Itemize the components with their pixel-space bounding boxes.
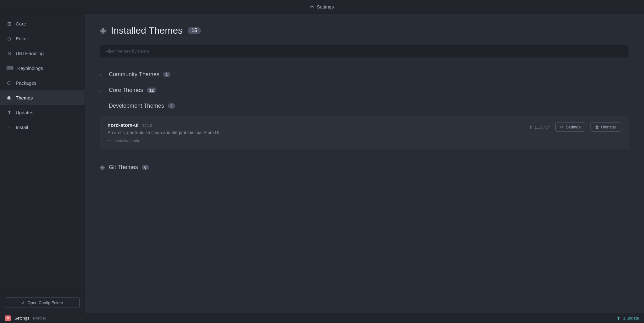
community-themes-section[interactable]: › Community Themes 1 [100, 67, 629, 82]
editor-icon: ◇ [6, 36, 12, 42]
settings-gear-icon: ⚙ [560, 125, 564, 129]
core-themes-badge: 12 [147, 88, 156, 93]
uninstall-button-label: Uninstall [601, 125, 617, 129]
sidebar-item-themes[interactable]: ◉ Themes [0, 90, 85, 105]
development-themes-badge: 2 [168, 103, 175, 109]
sidebar-item-install[interactable]: + Install [0, 120, 85, 134]
sidebar-item-packages[interactable]: ⬡ Packages [0, 76, 85, 90]
open-config-button[interactable]: ↗ Open Config Folder [5, 298, 80, 308]
status-tab-prettier[interactable]: Prettier [33, 316, 46, 320]
community-chevron-right-icon: › [100, 72, 105, 77]
core-themes-label: Core Themes [109, 87, 143, 94]
updates-icon: ⬆ [6, 110, 12, 116]
git-themes-label: Git Themes [109, 164, 138, 171]
settings-icon: ✂ [310, 4, 314, 10]
keybindings-icon: ⌨ [6, 65, 14, 71]
title-text: ✂ Settings [310, 4, 334, 10]
sidebar-bottom: ↗ Open Config Folder [0, 292, 85, 313]
window-title: Settings [317, 4, 334, 9]
package-author: arcticicestudio [114, 139, 140, 143]
status-bar: ✕ Settings Prettier ⬆ 1 update [0, 313, 644, 323]
dev-chevron-down-icon: ⌄ [100, 104, 105, 109]
development-themes-section: ⌄ Development Themes 2 nord-atom-ui 0.11… [100, 98, 629, 155]
package-card-nord-atom-ui: nord-atom-ui 0.11.0 An arctic, north-blu… [100, 116, 629, 150]
sidebar-item-core[interactable]: ⊞ Core [0, 16, 85, 31]
development-themes-label: Development Themes [109, 103, 164, 109]
sidebar-item-uri-handling[interactable]: ⊙ URI Handling [0, 46, 85, 61]
package-settings-button[interactable]: ⚙ Settings [555, 122, 585, 132]
sidebar-item-label: Keybindings [17, 65, 43, 71]
install-icon: + [6, 124, 12, 130]
package-name: nord-atom-ui [108, 122, 139, 128]
sidebar-item-label: Packages [16, 80, 36, 86]
settings-button-label: Settings [566, 125, 580, 129]
sidebar-item-keybindings[interactable]: ⌨ Keybindings [0, 61, 85, 76]
core-chevron-right-icon: › [100, 88, 105, 93]
page-header: ◉ Installed Themes 15 [100, 25, 629, 36]
core-themes-section[interactable]: › Core Themes 12 [100, 82, 629, 98]
status-tab-settings[interactable]: Settings [14, 316, 29, 320]
download-number: 113,757 [535, 125, 551, 130]
community-themes-label: Community Themes [109, 71, 159, 78]
sidebar-item-label: URI Handling [16, 51, 44, 56]
uri-icon: ⊙ [6, 50, 12, 56]
author-wave-icon: 〰 [108, 138, 112, 143]
core-icon: ⊞ [6, 21, 12, 27]
package-version: 0.11.0 [142, 123, 152, 128]
sidebar: ⊞ Core ◇ Editor ⊙ URI Handling ⌨ Keybind… [0, 14, 85, 313]
sidebar-item-label: Install [16, 125, 28, 130]
git-themes-section[interactable]: ◉ Git Themes 0 [100, 157, 629, 177]
sidebar-item-label: Editor [16, 36, 28, 41]
download-cloud-icon: ⬆ [529, 125, 533, 130]
community-themes-badge: 1 [163, 72, 170, 77]
page-title: Installed Themes [111, 25, 183, 36]
installed-count-badge: 15 [188, 27, 201, 34]
git-themes-icon: ◉ [100, 164, 105, 171]
package-uninstall-button[interactable]: 🗑 Uninstall [590, 122, 621, 132]
filter-themes-input[interactable] [100, 45, 629, 58]
page-header-icon: ◉ [100, 26, 106, 35]
sidebar-item-label: Themes [16, 95, 33, 100]
open-config-label: Open Config Folder [27, 300, 63, 305]
main-layout: ⊞ Core ◇ Editor ⊙ URI Handling ⌨ Keybind… [0, 14, 644, 313]
trash-icon: 🗑 [595, 125, 599, 129]
sidebar-item-label: Core [16, 21, 26, 26]
packages-icon: ⬡ [6, 80, 12, 86]
download-count: ⬆ 113,757 [529, 125, 551, 130]
status-bar-left: ✕ Settings Prettier [5, 315, 46, 321]
sidebar-item-editor[interactable]: ◇ Editor [0, 31, 85, 46]
package-actions: ⬆ 113,757 ⚙ Settings 🗑 Uninstall [529, 122, 621, 132]
status-indicator: ✕ [5, 315, 11, 321]
open-config-icon: ↗ [21, 300, 25, 305]
title-bar: ✂ Settings [0, 0, 644, 14]
status-bar-right[interactable]: ⬆ 1 update [617, 316, 639, 321]
sidebar-item-label: Updates [16, 110, 33, 115]
indicator-icon: ✕ [7, 316, 9, 320]
package-name-row: nord-atom-ui 0.11.0 [108, 122, 529, 128]
content-area: ◉ Installed Themes 15 › Community Themes… [85, 14, 644, 313]
git-themes-badge: 0 [142, 165, 149, 170]
development-themes-header[interactable]: ⌄ Development Themes 2 [100, 98, 629, 114]
package-author-row: 〰 arcticicestudio [108, 138, 529, 143]
update-text: 1 update [623, 316, 639, 320]
package-description: An arctic, north-bluish clean and elegan… [108, 130, 529, 135]
sidebar-item-updates[interactable]: ⬆ Updates [0, 105, 85, 120]
themes-icon: ◉ [6, 95, 12, 101]
update-cloud-icon: ⬆ [617, 316, 620, 321]
package-info: nord-atom-ui 0.11.0 An arctic, north-blu… [108, 122, 529, 143]
